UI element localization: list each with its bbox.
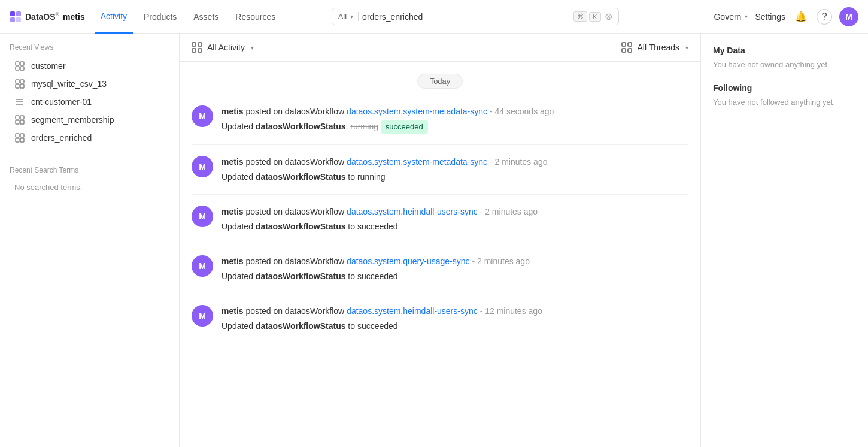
feed-timestamp: - 2 minutes ago: [490, 157, 548, 167]
feed-detail-key: dataosWorkflowStatus: [256, 271, 346, 281]
feed-detail-key: dataosWorkflowStatus: [256, 172, 346, 182]
feed-link[interactable]: dataos.system.system-metadata-sync: [347, 157, 487, 167]
svg-rect-30: [628, 49, 632, 52]
search-filter-dropdown[interactable]: All ▾: [338, 12, 359, 21]
svg-rect-15: [16, 116, 19, 119]
feed-content: metis posted on dataosWorkflow dataos.sy…: [221, 105, 688, 134]
feed-detail: Updated dataosWorkflowStatus to succeede…: [221, 221, 688, 233]
feed-username: metis: [221, 256, 244, 266]
sidebar-item-label: orders_enriched: [31, 133, 92, 143]
all-activity-chevron-icon: ▾: [251, 44, 254, 51]
svg-rect-27: [622, 43, 626, 46]
feed-text: metis posted on dataosWorkflow dataos.sy…: [221, 206, 688, 218]
svg-rect-23: [192, 43, 196, 46]
all-threads-filter[interactable]: All Threads ▾: [621, 42, 688, 53]
feed-action: posted on dataosWorkflow: [245, 107, 347, 116]
feed-detail: Updated dataosWorkflowStatus: running su…: [221, 120, 688, 134]
avatar: M: [192, 305, 213, 327]
feed-item: M metis posted on dataosWorkflow dataos.…: [192, 95, 688, 145]
grid-threads-icon: [621, 42, 632, 53]
feed-old-value: running: [350, 122, 378, 131]
feed-action: posted on dataosWorkflow: [245, 256, 347, 266]
activity-filter-header: All Activity ▾ All Threads ▾: [180, 34, 700, 62]
feed-text: metis posted on dataosWorkflow dataos.sy…: [221, 255, 688, 268]
feed-link[interactable]: dataos.system.heimdall-users-sync: [347, 207, 478, 216]
feed-action: posted on dataosWorkflow: [245, 306, 347, 316]
user-avatar[interactable]: M: [839, 7, 858, 26]
feed-content: metis posted on dataosWorkflow dataos.sy…: [221, 255, 688, 283]
avatar: M: [192, 206, 213, 227]
sidebar-item-customer[interactable]: customer: [10, 58, 169, 74]
today-badge: Today: [417, 74, 463, 89]
sidebar-item-label: mysql_write_csv_13: [31, 79, 107, 89]
following-empty: You have not followed anything yet.: [713, 98, 856, 107]
feed-content: metis posted on dataosWorkflow dataos.sy…: [221, 305, 688, 333]
avatar: M: [192, 255, 213, 277]
feed-timestamp: - 44 seconds ago: [490, 107, 554, 116]
no-search-terms: No searched terms.: [10, 180, 169, 194]
feed-text: metis posted on dataosWorkflow dataos.sy…: [221, 305, 688, 318]
sidebar-item-segment[interactable]: segment_membership: [10, 111, 169, 128]
search-clear-icon[interactable]: ⊗: [605, 11, 612, 22]
svg-rect-9: [20, 80, 24, 83]
nav-resources[interactable]: Resources: [229, 0, 281, 34]
feed-action: posted on dataosWorkflow: [245, 157, 347, 167]
nav-assets[interactable]: Assets: [187, 0, 224, 34]
status-badge: succeeded: [381, 120, 428, 134]
top-navigation: DataOS® metis Activity Products Assets R…: [0, 0, 868, 34]
svg-rect-2: [10, 17, 15, 22]
search-filter-label: All: [338, 12, 347, 21]
help-icon[interactable]: ?: [817, 9, 832, 25]
feed-link[interactable]: dataos.system.system-metadata-sync: [347, 107, 487, 116]
sidebar-item-orders-enriched[interactable]: orders_enriched: [10, 129, 169, 146]
today-section: Today: [180, 62, 700, 95]
svg-rect-11: [20, 84, 24, 88]
sidebar-item-cnt-customer[interactable]: cnt-customer-01: [10, 93, 169, 110]
feed-username: metis: [221, 306, 244, 316]
nav-products[interactable]: Products: [138, 0, 183, 34]
brand-text: DataOS® metis: [25, 11, 85, 22]
global-search-bar: All ▾ ⌘ K ⊗: [332, 8, 619, 25]
search-filter-chevron-icon: ▾: [350, 13, 353, 20]
svg-rect-6: [16, 67, 19, 70]
feed-detail-key: dataosWorkflowStatus: [256, 222, 346, 231]
svg-rect-21: [16, 138, 19, 142]
sidebar-item-label: cnt-customer-01: [31, 97, 92, 107]
sidebar-item-mysql[interactable]: mysql_write_csv_13: [10, 75, 169, 92]
table-icon: [14, 61, 25, 71]
feed-detail-key: dataosWorkflowStatus: [256, 321, 346, 331]
my-data-title: My Data: [713, 46, 856, 55]
all-threads-chevron-icon: ▾: [685, 44, 688, 51]
sidebar-item-label: customer: [31, 61, 66, 71]
govern-dropdown[interactable]: Govern ▾: [714, 12, 748, 22]
table-icon: [14, 133, 25, 143]
nav-activity[interactable]: Activity: [95, 0, 133, 34]
feed-timestamp: - 12 minutes ago: [480, 306, 542, 316]
kbd-cmd: ⌘: [573, 11, 587, 22]
activity-feed: M metis posted on dataosWorkflow dataos.…: [180, 95, 700, 343]
settings-link[interactable]: Settings: [755, 12, 785, 22]
recent-views-title: Recent Views: [10, 43, 169, 52]
recent-search-title: Recent Search Terms: [10, 166, 169, 174]
all-activity-label: All Activity: [207, 43, 245, 52]
svg-rect-3: [16, 17, 21, 22]
feed-content: metis posted on dataosWorkflow dataos.sy…: [221, 206, 688, 233]
feed-detail: Updated dataosWorkflowStatus to succeede…: [221, 270, 688, 283]
svg-rect-25: [192, 49, 196, 52]
svg-rect-24: [198, 43, 202, 46]
feed-item: M metis posted on dataosWorkflow dataos.…: [192, 145, 688, 195]
feed-link[interactable]: dataos.system.heimdall-users-sync: [347, 306, 478, 316]
svg-rect-8: [16, 80, 19, 83]
notifications-bell-icon[interactable]: 🔔: [793, 8, 809, 25]
feed-username: metis: [221, 157, 244, 167]
all-activity-filter[interactable]: All Activity ▾: [192, 42, 254, 53]
feed-username: metis: [221, 107, 244, 116]
feed-link[interactable]: dataos.system.query-usage-sync: [347, 256, 469, 266]
govern-chevron-icon: ▾: [745, 13, 748, 20]
search-input[interactable]: [362, 12, 570, 22]
feed-detail: Updated dataosWorkflowStatus to running: [221, 171, 688, 183]
feed-timestamp: - 2 minutes ago: [480, 207, 538, 216]
feed-detail: Updated dataosWorkflowStatus to succeede…: [221, 320, 688, 333]
table-icon: [14, 79, 25, 89]
table-icon: [14, 115, 25, 125]
